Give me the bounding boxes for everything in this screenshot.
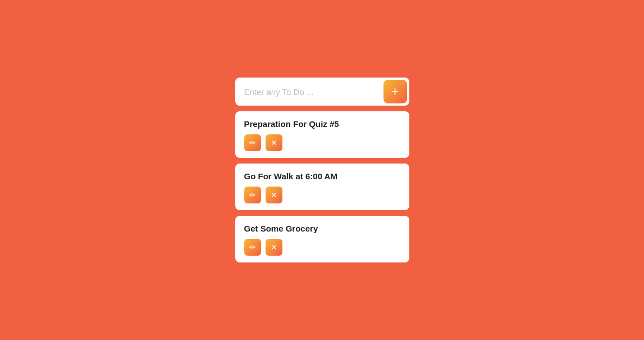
delete-button-3[interactable]: ✕ xyxy=(266,239,282,256)
pencil-icon: ✏ xyxy=(249,243,256,252)
delete-button-1[interactable]: ✕ xyxy=(266,134,282,151)
todo-title-3: Get Some Grocery xyxy=(244,224,400,233)
x-icon: ✕ xyxy=(271,191,277,200)
todo-actions-1: ✏ ✕ xyxy=(244,134,400,151)
todo-card-3: Get Some Grocery ✏ ✕ xyxy=(235,216,409,262)
delete-button-2[interactable]: ✕ xyxy=(266,187,282,203)
input-row: + xyxy=(235,78,409,106)
todo-title-2: Go For Walk at 6:00 AM xyxy=(244,171,400,181)
todo-input[interactable] xyxy=(235,79,381,105)
pencil-icon: ✏ xyxy=(249,138,256,147)
x-icon: ✕ xyxy=(271,138,277,147)
edit-button-1[interactable]: ✏ xyxy=(244,134,261,151)
todo-card-2: Go For Walk at 6:00 AM ✏ ✕ xyxy=(235,164,409,210)
todo-actions-2: ✏ ✕ xyxy=(244,187,400,203)
plus-icon: + xyxy=(391,84,399,99)
todo-card-1: Preparation For Quiz #5 ✏ ✕ xyxy=(235,111,409,158)
edit-button-3[interactable]: ✏ xyxy=(244,239,261,256)
add-todo-button[interactable]: + xyxy=(383,80,407,103)
todo-actions-3: ✏ ✕ xyxy=(244,239,400,256)
todo-title-1: Preparation For Quiz #5 xyxy=(244,119,400,129)
x-icon: ✕ xyxy=(271,243,277,252)
app-container: + Preparation For Quiz #5 ✏ ✕ Go For Wal… xyxy=(235,78,409,262)
pencil-icon: ✏ xyxy=(249,191,256,200)
edit-button-2[interactable]: ✏ xyxy=(244,187,261,203)
